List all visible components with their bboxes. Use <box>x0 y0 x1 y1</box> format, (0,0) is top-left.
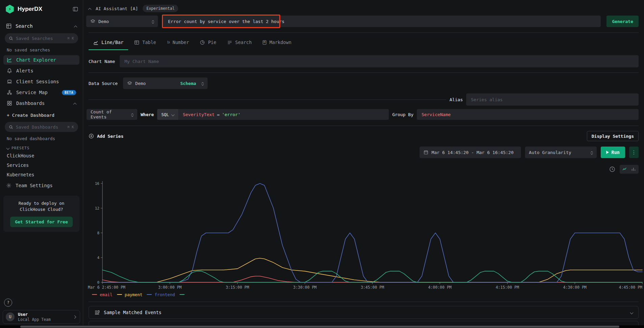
chart-name-row: Chart Name <box>89 55 639 68</box>
group-by-label: Group By <box>392 112 413 117</box>
timeseries-chart: 0481216Mar 6 2:45:00 PM3:00:00 PM3:15:00… <box>86 179 642 290</box>
svg-text:3:15:00 PM: 3:15:00 PM <box>226 285 249 290</box>
sample-events-accordion[interactable]: Sample Matched Events <box>89 306 639 319</box>
line-chart-icon <box>93 40 98 45</box>
divider <box>89 126 639 126</box>
svg-text:3:30:00 PM: 3:30:00 PM <box>293 285 316 290</box>
data-source-row: Data Source Demo Schema <box>89 78 639 89</box>
horizontal-scrollbar <box>0 325 644 328</box>
user-menu[interactable]: U User Local App Team <box>3 310 80 324</box>
sidebar-item-alerts[interactable]: Alerts <box>3 66 79 75</box>
sidebar-item-service-map[interactable]: Service Map BETA <box>3 88 79 97</box>
run-button[interactable]: Run <box>601 147 625 158</box>
plus-circle-icon <box>89 133 94 139</box>
preset-kubernetes[interactable]: Kubernetes <box>0 170 83 179</box>
ai-prompt-input[interactable] <box>163 16 601 27</box>
hyperdx-logo-icon: ⚡ <box>5 5 14 14</box>
ai-controls-row: Demo Generate <box>86 16 639 27</box>
svg-text:Mar 6 2:45:00 PM: Mar 6 2:45:00 PM <box>88 285 125 290</box>
brand-name: HyperDX <box>18 6 69 13</box>
search-icon <box>9 125 13 129</box>
history-clock-icon[interactable] <box>608 165 616 173</box>
chevron-right-icon <box>73 315 76 319</box>
search-icon <box>9 36 13 41</box>
ai-assistant-title: AI Assistant [A] <box>96 6 138 11</box>
chart-type-tabs: Line/Bar Table 13 Number Pie Search M Ma… <box>89 35 639 50</box>
saved-searches-input[interactable]: Saved Searches ⌘ K <box>5 33 78 43</box>
dashboards-icon <box>7 101 12 106</box>
bar-view-toggle-icon[interactable] <box>630 166 637 173</box>
help-button[interactable]: ? <box>4 299 12 307</box>
chart-name-input[interactable] <box>120 55 639 67</box>
tab-pie[interactable]: Pie <box>195 35 221 50</box>
experimental-badge: Experimental <box>143 5 178 12</box>
tab-markdown[interactable]: M Markdown <box>258 35 296 50</box>
svg-text:4:15:00 PM: 4:15:00 PM <box>496 285 519 290</box>
service-map-icon <box>7 90 12 95</box>
preset-services[interactable]: Services <box>0 160 83 170</box>
svg-text:4: 4 <box>97 256 99 260</box>
cloud-promo-text: Ready to deploy on ClickHouse Cloud? <box>7 200 75 213</box>
collapse-sidebar-icon[interactable] <box>73 6 78 12</box>
alias-row: Alias <box>89 94 639 105</box>
legend-item-frontend[interactable]: frontend <box>147 292 175 297</box>
language-select[interactable]: SQL <box>157 109 178 120</box>
chart-explorer-icon <box>7 57 12 63</box>
chevron-updown-icon <box>202 82 204 85</box>
add-series-button[interactable]: Add Series <box>89 133 123 139</box>
ai-source-select[interactable]: Demo <box>86 16 158 27</box>
presets-toggle[interactable]: PRESETS <box>0 143 83 151</box>
alias-input[interactable] <box>466 93 639 106</box>
tab-number[interactable]: 13 Number <box>162 35 194 50</box>
data-source-label: Data Source <box>89 81 118 86</box>
search-section-label: Search <box>16 23 70 29</box>
chart-style-toggle <box>620 165 639 174</box>
user-team: Local App Team <box>18 317 70 322</box>
data-source-select[interactable]: Demo Schema <box>123 78 208 89</box>
sidebar-section-search[interactable]: Search <box>0 20 83 32</box>
time-range-picker[interactable]: Mar 6 14:45:20 - Mar 6 16:45:20 <box>420 147 521 158</box>
shortcut-hint: ⌘ K <box>67 36 74 41</box>
scrollbar-thumb[interactable] <box>20 326 619 328</box>
chevron-updown-icon <box>152 20 154 23</box>
more-options-button[interactable]: ⋮ <box>629 147 639 158</box>
schema-link[interactable]: Schema <box>180 81 196 86</box>
chevron-down-icon <box>6 147 10 150</box>
markdown-icon: M <box>263 40 266 45</box>
time-range-value: Mar 6 14:45:20 - Mar 6 16:45:20 <box>432 150 514 155</box>
tab-table[interactable]: Table <box>129 35 161 50</box>
tab-search[interactable]: Search <box>222 35 257 50</box>
legend-item-payment[interactable]: payment <box>117 292 143 297</box>
tab-line-bar[interactable]: Line/Bar <box>89 35 128 50</box>
divider <box>89 72 639 73</box>
preset-clickhouse[interactable]: ClickHouse <box>0 151 83 160</box>
saved-dashboards-input[interactable]: Saved Dashboards ⌘ K <box>5 122 78 132</box>
number-icon: 13 <box>167 41 170 44</box>
sidebar-item-dashboards[interactable]: Dashboards <box>3 99 79 108</box>
user-name: User <box>18 312 70 317</box>
legend-dash-icon <box>92 294 97 295</box>
group-by-input[interactable]: ServiceName <box>417 109 639 120</box>
list-icon <box>227 40 232 45</box>
chevron-up-icon <box>88 8 92 11</box>
sidebar-item-team-settings[interactable]: Team Settings <box>0 179 83 192</box>
sidebar-item-client-sessions[interactable]: Client Sessions <box>3 77 79 86</box>
chevron-up-icon <box>73 103 77 106</box>
chevron-up-icon <box>74 25 77 29</box>
legend-item-email[interactable]: email <box>92 292 113 297</box>
chart-legend: email payment frontend <box>92 291 639 298</box>
calendar-icon <box>424 150 428 155</box>
ai-assistant-header[interactable]: AI Assistant [A] Experimental <box>89 4 639 13</box>
sidebar-item-chart-explorer[interactable]: Chart Explorer <box>3 55 79 65</box>
bell-icon <box>7 68 12 73</box>
aggregation-select[interactable]: Count of Events <box>87 109 137 120</box>
alias-label: Alias <box>450 97 463 102</box>
create-dashboard-button[interactable]: + Create Dashboard <box>0 109 83 118</box>
legend-item-unnamed[interactable] <box>180 294 187 295</box>
generate-button[interactable]: Generate <box>606 16 639 27</box>
get-started-button[interactable]: Get Started for Free <box>10 217 73 227</box>
granularity-select[interactable]: Auto Granularity <box>525 147 597 158</box>
line-view-toggle-icon[interactable] <box>621 166 628 173</box>
where-input[interactable]: SQL SeverityText='error' <box>157 109 389 120</box>
display-settings-button[interactable]: Display Settings <box>587 131 639 141</box>
